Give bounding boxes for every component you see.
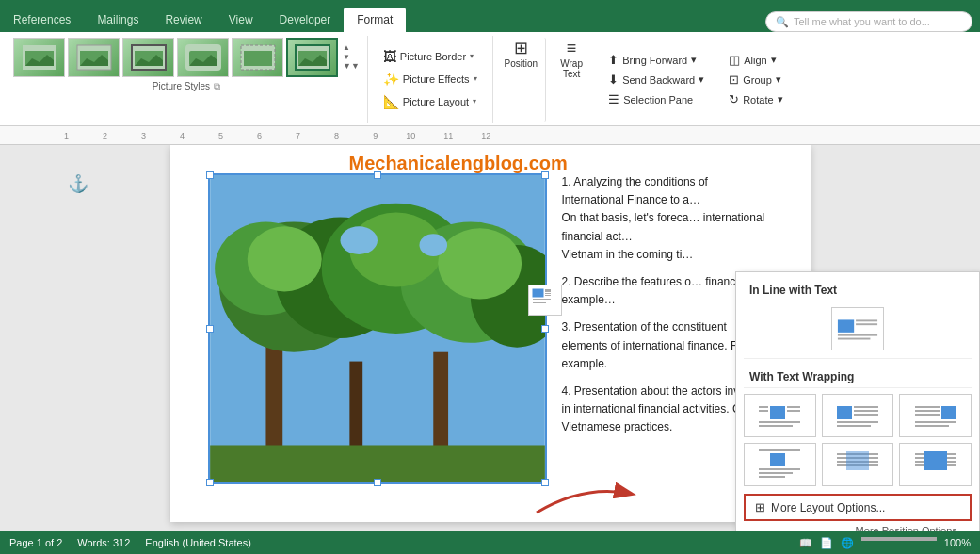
resize-handle-bm[interactable] [374,479,381,486]
tell-me-input[interactable]: 🔍 Tell me what you want to do... [765,11,972,32]
send-backward-icon: ⬇ [608,73,619,87]
align-group-rotate: ◫ Align ▾ ⊡ Group ▾ ↻ Rotate ▾ [717,38,794,122]
svg-rect-56 [915,414,940,416]
tab-review[interactable]: Review [152,8,215,32]
tab-developer[interactable]: Developer [266,8,345,32]
search-icon: 🔍 [776,16,789,28]
resize-handle-tl[interactable] [206,171,214,179]
svg-rect-28 [533,289,543,297]
tab-format[interactable]: Format [344,8,406,32]
svg-rect-16 [210,445,545,482]
picture-layout-btn[interactable]: 📐 Picture Layout ▾ [376,91,485,112]
picture-layout-label: Picture Layout [403,96,469,107]
view-web-icon[interactable]: 🌐 [841,537,854,549]
align-btn[interactable]: ◫ Align ▾ [723,51,788,69]
tab-view[interactable]: View [216,8,266,32]
picture-tools-section: 🖼 Picture Border ▾ ✨ Picture Effects ▾ 📐… [368,36,493,123]
word-count: Words: 312 [77,537,130,548]
status-right: 📖 📄 🌐 100% [799,537,971,549]
svg-rect-50 [854,414,878,416]
arrange-right: ⬆ Bring Forward ▾ ⬇ Send Backward ▾ ☰ Se… [597,38,715,122]
picture-layout-chevron: ▾ [473,97,476,106]
rotate-btn[interactable]: ↻ Rotate ▾ [723,90,788,108]
style-scroll-more[interactable]: ▼▼ [343,61,360,72]
layout-tight-icon [835,399,880,432]
layout-behind-text-icon [835,448,880,481]
layout-options-icon[interactable] [528,285,562,316]
wrap-text-dropdown: In Line with Text With Text Wrapping [735,271,980,531]
layout-top-bottom[interactable] [744,443,816,486]
position-btn[interactable]: ⊞ Position [497,38,547,122]
svg-rect-34 [533,302,546,303]
selection-pane-label: Selection Pane [623,94,693,106]
svg-rect-59 [759,449,800,451]
svg-point-27 [419,234,447,256]
layout-tight[interactable] [822,394,894,437]
layout-in-front-text[interactable] [899,443,972,486]
resize-handle-ml[interactable] [206,325,214,333]
svg-rect-61 [759,468,800,470]
layout-in-front-text-icon [913,448,958,481]
style-thumb-4[interactable] [177,38,229,77]
send-backward-btn[interactable]: ⬇ Send Backward ▾ [602,71,710,89]
tab-references[interactable]: References [0,8,84,32]
anchor-icon: ⚓ [68,173,88,194]
zoom-slider[interactable] [861,537,937,541]
group-btn[interactable]: ⊡ Group ▾ [723,71,788,89]
style-thumb-6[interactable] [286,38,338,77]
picture-border-btn[interactable]: 🖼 Picture Border ▾ [376,46,485,67]
send-backward-label: Send Backward [622,74,695,86]
selected-image[interactable] [208,173,547,484]
picture-effects-icon: ✨ [383,72,399,87]
style-thumb-5[interactable] [232,38,283,77]
position-label: Position [505,58,538,69]
wrap-text-btn[interactable]: ≡ WrapText [548,38,595,122]
wrap-text-label: WrapText [560,58,583,79]
more-position-options-btn[interactable]: More Position Options... [744,521,972,531]
svg-rect-60 [770,453,785,466]
style-scroll-down[interactable]: ▼ [343,53,360,62]
svg-rect-62 [759,472,793,474]
layout-behind-text[interactable] [822,443,894,486]
resize-handle-mr[interactable] [541,325,549,333]
more-layout-options-btn[interactable]: ⊞ More Layout Options... [744,494,972,521]
picture-styles-label: Picture Styles [153,79,210,93]
layout-square[interactable] [744,394,816,437]
style-thumb-2[interactable] [68,38,120,77]
resize-handle-bl[interactable] [206,479,214,486]
layout-square-icon [757,399,802,432]
rotate-chevron: ▾ [778,93,783,106]
view-print-icon[interactable]: 📄 [820,537,833,549]
wrap-text-icon: ≡ [567,40,577,57]
zoom-level: 100% [944,537,971,549]
style-thumb-3[interactable] [122,38,174,77]
inline-option[interactable] [831,307,884,350]
svg-rect-52 [837,425,871,427]
svg-rect-49 [854,410,878,412]
align-label: Align [744,55,766,66]
more-layout-label: More Layout Options... [771,501,885,514]
picture-border-chevron: ▾ [470,52,474,60]
svg-rect-54 [915,406,940,408]
svg-rect-35 [838,319,854,332]
picture-effects-label: Picture Effects [403,73,470,85]
style-scroll-up[interactable]: ▲ [343,43,360,53]
style-thumb-1[interactable] [13,38,65,77]
tab-mailings[interactable]: Mailings [84,8,152,32]
svg-rect-31 [545,295,551,296]
selection-pane-btn[interactable]: ☰ Selection Pane [602,90,710,108]
picture-styles-expand[interactable]: ⧉ [214,81,220,92]
language: English (United States) [145,537,251,548]
layout-through[interactable] [899,394,972,437]
picture-styles-row: ▲ ▼ ▼▼ [13,38,360,77]
align-icon: ◫ [729,53,740,67]
tell-me-placeholder: Tell me what you want to do... [794,16,930,27]
picture-effects-btn[interactable]: ✨ Picture Effects ▾ [376,69,485,90]
svg-rect-39 [838,338,871,340]
bring-forward-btn[interactable]: ⬆ Bring Forward ▾ [602,51,710,69]
picture-border-label: Picture Border [400,51,466,62]
inline-section-title: In Line with Text [744,280,972,301]
view-read-icon[interactable]: 📖 [799,537,812,549]
svg-rect-53 [941,406,956,419]
bring-forward-chevron: ▾ [691,54,697,66]
